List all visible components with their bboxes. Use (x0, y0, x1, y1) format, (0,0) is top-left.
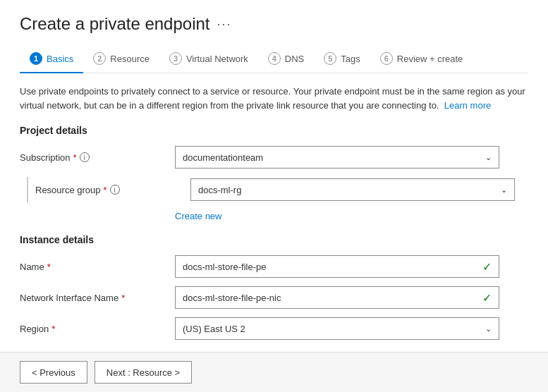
page-title-ellipsis: ··· (217, 17, 232, 32)
region-label: Region * (20, 324, 175, 334)
name-input[interactable]: docs-ml-store-file-pe ✓ (175, 255, 499, 278)
resource-group-value: docs-ml-rg (198, 185, 241, 195)
subscription-label: Subscription * i (20, 152, 175, 163)
region-chevron-icon: ⌄ (485, 324, 492, 333)
step-review-create-label: Review + create (397, 54, 463, 64)
resource-group-dropdown[interactable]: docs-ml-rg ⌄ (190, 178, 515, 201)
page-title: Create a private endpoint (20, 14, 210, 34)
step-review-create[interactable]: 6 Review + create (370, 47, 473, 73)
instance-details-header: Instance details (20, 234, 528, 245)
nic-input[interactable]: docs-ml-store-file-pe-nic ✓ (175, 286, 499, 309)
region-dropdown[interactable]: (US) East US 2 ⌄ (175, 317, 499, 340)
step-tags[interactable]: 5 Tags (314, 47, 370, 73)
nic-required: * (121, 293, 125, 303)
nic-label: Network Interface Name * (20, 293, 175, 303)
main-content: Create a private endpoint ··· 1 Basics 2… (0, 0, 548, 352)
resource-group-row: Resource group * i docs-ml-rg ⌄ (20, 177, 528, 202)
subscription-info-icon[interactable]: i (80, 152, 90, 162)
subscription-row: Subscription * i documentationteam ⌄ (20, 146, 528, 169)
create-new-link[interactable]: Create new (175, 211, 528, 221)
indent-bar (27, 177, 28, 202)
region-required: * (51, 324, 55, 334)
step-tags-label: Tags (341, 54, 360, 64)
info-text: Use private endpoints to privately conne… (20, 85, 528, 112)
step-basics[interactable]: 1 Basics (20, 47, 83, 73)
nic-valid-icon: ✓ (482, 291, 492, 305)
name-value: docs-ml-store-file-pe (183, 262, 266, 272)
step-dns[interactable]: 4 DNS (258, 47, 314, 73)
region-input-container: (US) East US 2 ⌄ (175, 317, 499, 340)
nic-value: docs-ml-store-file-pe-nic (183, 293, 281, 303)
subscription-value: documentationteam (183, 152, 263, 163)
region-value: (US) East US 2 (183, 324, 245, 334)
step-resource[interactable]: 2 Resource (83, 47, 159, 73)
resource-group-required: * (104, 185, 107, 195)
step-resource-circle: 2 (93, 52, 106, 65)
step-basics-circle: 1 (30, 52, 42, 65)
name-valid-icon: ✓ (482, 260, 492, 274)
region-row: Region * (US) East US 2 ⌄ (20, 317, 528, 340)
next-button[interactable]: Next : Resource > (95, 361, 192, 384)
project-details-header: Project details (20, 125, 528, 136)
step-virtual-network-label: Virtual Network (186, 54, 248, 64)
step-tags-circle: 5 (324, 52, 336, 65)
subscription-dropdown[interactable]: documentationteam ⌄ (175, 146, 499, 169)
name-label: Name * (20, 262, 175, 272)
resource-group-label: Resource group * i (35, 185, 190, 195)
footer: < Previous Next : Resource > (0, 352, 548, 392)
step-basics-label: Basics (47, 54, 73, 64)
step-resource-label: Resource (110, 54, 150, 64)
step-dns-label: DNS (285, 54, 304, 64)
name-input-container: docs-ml-store-file-pe ✓ (175, 255, 499, 278)
step-dns-circle: 4 (268, 52, 281, 65)
step-virtual-network-circle: 3 (169, 52, 182, 65)
step-review-create-circle: 6 (380, 52, 393, 65)
previous-button[interactable]: < Previous (20, 361, 87, 384)
nic-input-container: docs-ml-store-file-pe-nic ✓ (175, 286, 499, 309)
subscription-required: * (73, 152, 77, 163)
subscription-input-container: documentationteam ⌄ (175, 146, 499, 169)
name-row: Name * docs-ml-store-file-pe ✓ (20, 255, 528, 278)
wizard-steps: 1 Basics 2 Resource 3 Virtual Network 4 … (20, 47, 528, 73)
resource-group-info-icon[interactable]: i (110, 185, 120, 195)
step-virtual-network[interactable]: 3 Virtual Network (159, 47, 258, 73)
subscription-chevron-icon: ⌄ (485, 153, 492, 162)
resource-group-chevron-icon: ⌄ (501, 185, 507, 195)
resource-group-input-container: docs-ml-rg ⌄ (190, 178, 515, 201)
nic-row: Network Interface Name * docs-ml-store-f… (20, 286, 528, 309)
page-container: Create a private endpoint ··· 1 Basics 2… (0, 0, 548, 392)
page-title-row: Create a private endpoint ··· (20, 14, 528, 34)
learn-more-link[interactable]: Learn more (444, 100, 491, 111)
name-required: * (47, 262, 51, 272)
